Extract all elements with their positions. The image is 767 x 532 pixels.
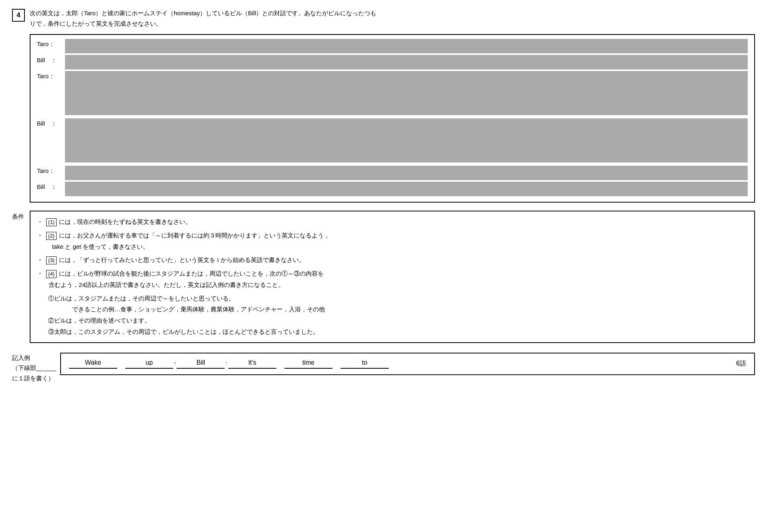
speaker-bill-2: Bill ： <box>37 118 65 128</box>
example-box: Wake up , Bill . It's time to <box>60 353 755 375</box>
dialogue-row-6: Bill ： <box>37 182 748 196</box>
example-label-line2: （下線部______に１語を書く） <box>12 364 56 382</box>
example-word-text-time: time <box>302 359 315 367</box>
example-word-text-wake: Wake <box>85 359 101 367</box>
bullet-4: ・ <box>37 268 43 279</box>
dialogue-row-2: Bill ： <box>37 55 748 69</box>
example-word-time: time <box>284 359 333 369</box>
sub-num-1: ①ビルは，スタジアムまたは，その周辺で～をしたいと思っている。 <box>48 293 235 304</box>
speaker-bill-1: Bill ： <box>37 55 65 64</box>
dialogue-row-5: Taro： <box>37 166 748 180</box>
example-sep-1: , <box>174 357 176 370</box>
bullet-1: ・ <box>37 216 43 227</box>
sub-item-2: ②ビルは，その理由を述べています。 <box>48 315 748 326</box>
dialogue-row-3: Taro： <box>37 71 748 115</box>
dialogue-content-bill-2 <box>65 118 748 162</box>
speaker-bill-3: Bill ： <box>37 182 65 191</box>
sub-num-3: ③太郎は，このスタジアム，その周辺で，ビルがしたいことは，ほとんどできると言って… <box>48 326 319 337</box>
example-underline-bill <box>177 368 225 369</box>
example-underline-its <box>228 368 276 369</box>
conditions-section: 条件 ・ (1) には，現在の時刻をたずねる英文を書きなさい。 ・ (2) には… <box>12 211 755 343</box>
example-underline-wake <box>69 368 117 369</box>
bullet-3: ・ <box>37 254 43 266</box>
dialogue-content-bill-3 <box>65 182 748 196</box>
condition-num-2: (2) <box>46 232 57 240</box>
speaker-taro-1: Taro： <box>37 39 65 48</box>
condition-2-text: (2) には，お父さんが運転する車では「～に到着するには約３時間かかります」とい… <box>45 230 330 252</box>
example-word-text-to: to <box>362 359 367 367</box>
example-sep-2: . <box>225 357 227 370</box>
question-number: 4 <box>12 9 25 22</box>
sub-num-2: ②ビルは，その理由を述べています。 <box>48 315 150 326</box>
example-underline-to <box>341 368 389 369</box>
dialogue-content-taro-3 <box>65 166 748 180</box>
condition-num-1: (1) <box>46 218 57 226</box>
speaker-taro-2: Taro： <box>37 71 65 80</box>
sub-item-1: ①ビルは，スタジアムまたは，その周辺で～をしたいと思っている。 <box>48 293 748 304</box>
example-underline-up <box>125 368 173 369</box>
conditions-box: ・ (1) には，現在の時刻をたずねる英文を書きなさい。 ・ (2) には，お父… <box>30 211 755 343</box>
bullet-2: ・ <box>37 230 43 241</box>
dialogue-content-taro-2 <box>65 71 748 115</box>
dialogue-content-bill-1 <box>65 55 748 69</box>
example-underline-time <box>284 368 333 369</box>
conditions-label: 条件 <box>12 211 30 221</box>
question-text: 次の英文は，太郎（Taro）と彼の家にホームステイ（homestay）しているビ… <box>30 8 376 28</box>
question-text-line1: 次の英文は，太郎（Taro）と彼の家にホームステイ（homestay）しているビ… <box>30 10 376 16</box>
question-header: 4 次の英文は，太郎（Taro）と彼の家にホームステイ（homestay）してい… <box>12 8 755 28</box>
question-text-line2: りで，条件にしたがって英文を完成させなさい。 <box>30 20 162 27</box>
example-section: 記入例 （下線部______に１語を書く） Wake up , Bill . I… <box>12 353 755 384</box>
example-word-text-its: It's <box>248 359 256 367</box>
example-count: 6語 <box>736 359 746 368</box>
condition-1-text: (1) には，現在の時刻をたずねる英文を書きなさい。 <box>45 216 191 227</box>
speaker-taro-3: Taro： <box>37 166 65 175</box>
condition-3: ・ (3) には，「ずっと行ってみたいと思っていた」という英文を I から始める… <box>37 254 748 266</box>
dialogue-row-4: Bill ： <box>37 118 748 162</box>
example-word-bill: Bill <box>177 359 225 369</box>
sub-item-indent-1: できることの例…食事，ショッピング，乗馬体験，農業体験，アドベンチャー，入浴，そ… <box>72 304 748 315</box>
example-label: 記入例 （下線部______に１語を書く） <box>12 353 60 384</box>
example-label-line1: 記入例 <box>12 354 30 361</box>
condition-4: ・ (4) には，ビルが野球の試合を観た後にスタジアムまたは，周辺でしたいことを… <box>37 268 748 290</box>
condition-3-text: (3) には，「ずっと行ってみたいと思っていた」という英文を I から始める英語… <box>45 254 305 266</box>
dialogue-content-taro-1 <box>65 39 748 53</box>
example-word-wake: Wake <box>69 359 117 369</box>
example-word-text-bill: Bill <box>197 359 205 367</box>
example-word-its: It's <box>228 359 276 369</box>
example-word-up: up <box>125 359 173 369</box>
dialogue-box: Taro： Bill ： Taro： Bill ： Taro： Bill ： <box>30 34 755 203</box>
condition-2: ・ (2) には，お父さんが運転する車では「～に到着するには約３時間かかります」… <box>37 230 748 252</box>
condition-num-3: (3) <box>46 256 57 264</box>
example-word-to: to <box>341 359 389 369</box>
condition-4-text: (4) には，ビルが野球の試合を観た後にスタジアムまたは，周辺でしたいことを，次… <box>45 268 324 290</box>
condition-1: ・ (1) には，現在の時刻をたずねる英文を書きなさい。 <box>37 216 748 227</box>
sub-items: ①ビルは，スタジアムまたは，その周辺で～をしたいと思っている。 できることの例…… <box>48 293 748 337</box>
sub-item-3: ③太郎は，このスタジアム，その周辺で，ビルがしたいことは，ほとんどできると言って… <box>48 326 748 337</box>
example-word-text-up: up <box>146 359 153 367</box>
condition-num-4: (4) <box>46 270 57 278</box>
dialogue-row-1: Taro： <box>37 39 748 53</box>
